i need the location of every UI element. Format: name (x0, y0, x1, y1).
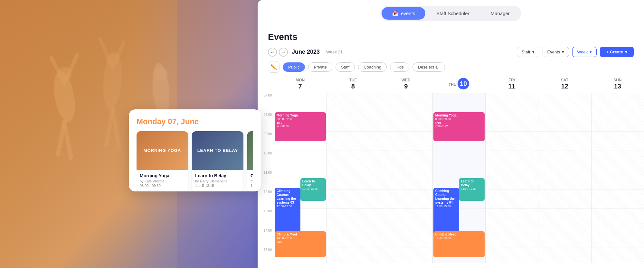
day-col-sun (591, 93, 644, 263)
calendar-body: 07:00 08:00 09:00 10:00 11:00 12:00 13:0… (258, 93, 644, 263)
time-header-cell (258, 75, 274, 93)
event-card-host-belay: by Harry Clementine (195, 179, 240, 183)
toolbar-left: ← → June 2023 Week 21 (268, 48, 343, 57)
filter-chip-deselect-all[interactable]: Deselect all (412, 62, 445, 72)
event-card-img-climb: CLIMB... (247, 131, 253, 170)
date-nav-arrows: ← → (268, 48, 288, 57)
cal-event-thu-belay[interactable]: Learn to Belay 11:15-13:35 (459, 178, 485, 201)
calendar-scroll[interactable]: MON 7 TUE 8 WED 9 THU 10 (258, 75, 644, 268)
time-slot-1200: 12:00 (258, 189, 274, 209)
events-page-title: Events (268, 32, 634, 42)
filter-chip-public[interactable]: Public (283, 62, 305, 72)
event-card-title-yoga: Morning Yoga (140, 173, 185, 178)
cal-header-thu: THU 10 (432, 75, 485, 93)
chevron-down-icon-3: ▾ (590, 50, 592, 54)
pencil-edit-button[interactable]: ✏️ (268, 61, 279, 73)
time-slot-700: 07:00 (258, 93, 274, 112)
calendar-grid: MON 7 TUE 8 WED 9 THU 10 (258, 75, 644, 263)
cal-event-mon-meet[interactable]: Climb & Meet 14:30-19:30 5/30 (275, 231, 326, 257)
event-card-time-belay: 11:15-13:15 (195, 184, 240, 188)
chevron-down-icon: ▾ (532, 50, 535, 54)
filter-chip-kids[interactable]: Kids (390, 62, 409, 72)
cal-header-sun: SUN 13 (591, 75, 644, 93)
time-slot-1400: 14:00 (258, 228, 274, 247)
event-card-climb[interactable]: CLIMB... Climb... by Da... 12:00... (247, 131, 253, 191)
event-card-yoga[interactable]: MORNING YOGA Morning Yoga by Kate Wilddl… (137, 131, 188, 191)
tab-events[interactable]: 📅 events (382, 7, 425, 20)
cal-header-tue: TUE 8 (327, 75, 379, 93)
current-date-label: June 2023 (292, 49, 320, 55)
monday-panel-title: Monday 07, June (137, 117, 253, 126)
cal-header-fri: FRI 11 (485, 75, 538, 93)
prev-arrow-button[interactable]: ← (268, 48, 277, 57)
cal-header-sat: SAT 12 (538, 75, 591, 93)
tab-staff-scheduler[interactable]: Staff Scheduler (426, 7, 479, 20)
svg-line-10 (113, 109, 119, 148)
event-cards-row: MORNING YOGA Morning Yoga by Kate Wilddl… (137, 131, 253, 191)
day-col-wed (380, 93, 432, 263)
calendar-header: MON 7 TUE 8 WED 9 THU 10 (258, 75, 644, 93)
cal-header-mon: MON 7 (274, 75, 327, 93)
events-dropdown-button[interactable]: Events ▾ (543, 47, 569, 57)
nav-tabs: 📅 events Staff Scheduler Manager (380, 6, 521, 21)
day-col-thu: Morning Yoga 08:00-09:30 1/10 @Kate W Le… (432, 93, 485, 263)
cal-event-mon-yoga[interactable]: Morning Yoga 08:00-09:30 1/10 @Kate W (275, 112, 326, 141)
event-card-host-climb: by Da... (251, 179, 253, 183)
svg-point-13 (154, 67, 168, 81)
event-card-img-yoga: MORNING YOGA (137, 131, 188, 170)
toolbar-right: Staff ▾ Events ▾ Week ▾ + Create ▾ (517, 47, 634, 57)
event-card-time-yoga: 08:00 - 09:30 (140, 184, 185, 188)
filter-chip-private[interactable]: Private (308, 62, 332, 72)
top-nav: 📅 events Staff Scheduler Manager (258, 0, 644, 27)
day-col-fri (485, 93, 538, 263)
event-card-img-belay: LEARN TO BELAY (192, 131, 243, 170)
time-slot-1300: 13:00 (258, 209, 274, 228)
filter-chip-coaching[interactable]: Coaching (358, 62, 387, 72)
right-panel: 📅 events Staff Scheduler Manager Events … (258, 0, 644, 268)
filter-chip-staff[interactable]: Staff (336, 62, 355, 72)
week-view-button[interactable]: Week ▾ (572, 47, 597, 57)
cal-header-wed: WED 9 (380, 75, 432, 93)
day-col-sat (538, 93, 591, 263)
week-number-label: Week 21 (326, 50, 343, 54)
tab-manager[interactable]: Manager (480, 7, 520, 20)
chevron-down-icon-2: ▾ (562, 50, 564, 54)
cal-event-thu-yoga[interactable]: Morning Yoga 08:00-09:30 1/10 @Kate W (433, 112, 485, 141)
cal-event-thu-meet[interactable]: Climb & Meet 14:30-19:30 (433, 231, 485, 257)
cal-event-mon-belay[interactable]: Learn to Belay 11:15-13:35 (300, 178, 326, 201)
svg-line-8 (64, 122, 71, 158)
event-card-host-yoga: by Kate Wilddle (140, 179, 185, 183)
event-card-title-belay: Learn to Belay (195, 173, 240, 178)
next-arrow-button[interactable]: → (279, 48, 288, 57)
svg-point-12 (106, 53, 119, 66)
monday-panel: Monday 07, June MORNING YOGA Morning Yog… (129, 109, 261, 191)
svg-point-11 (57, 67, 71, 81)
event-card-time-climb: 12:00... (251, 184, 253, 188)
create-button[interactable]: + Create ▾ (600, 47, 634, 57)
day-col-mon: Morning Yoga 08:00-09:30 1/10 @Kate W Le… (274, 93, 327, 263)
filter-row: ✏️ Public Private Staff Coaching Kids De… (268, 61, 634, 73)
time-slot-1500: 15:00 (258, 247, 274, 263)
events-section: Events ← → June 2023 Week 21 Staff ▾ (258, 27, 644, 75)
chevron-down-icon-4: ▾ (625, 50, 627, 54)
event-card-belay[interactable]: LEARN TO BELAY Learn to Belay by Harry C… (192, 131, 243, 191)
events-toolbar: ← → June 2023 Week 21 Staff ▾ Events ▾ (268, 47, 634, 57)
event-card-title-climb: Climb... (251, 173, 253, 178)
calendar-icon: 📅 (392, 10, 398, 16)
staff-dropdown-button[interactable]: Staff ▾ (517, 47, 539, 57)
day-col-tue (327, 93, 379, 263)
